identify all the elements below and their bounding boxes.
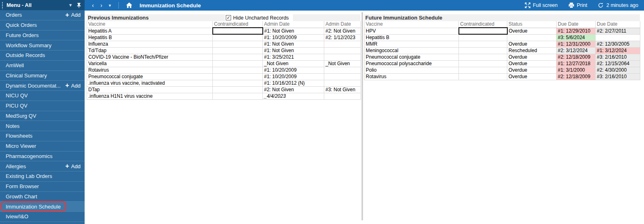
sidebar-item-amwell[interactable]: AmWell <box>0 61 85 71</box>
add-button[interactable]: +Add <box>65 82 81 89</box>
vaccine-cell[interactable]: Rotavirus <box>87 67 213 73</box>
due-date-cell[interactable]: #2: 4/30/2000 <box>596 67 640 73</box>
admin-date-cell[interactable]: #1: Not Given <box>263 28 324 34</box>
vaccine-cell[interactable]: Hepatitis B <box>87 34 213 41</box>
sidebar-item-outside-records[interactable]: Outside Records <box>0 51 85 61</box>
sidebar-item-nicu-qv[interactable]: NICU QV <box>0 91 85 101</box>
contraindicated-cell[interactable] <box>459 28 507 34</box>
sidebar-item-immunization-schedule[interactable]: Immunization Schedule <box>0 202 85 212</box>
vaccine-cell[interactable]: .influenza H1N1 virus vaccine <box>87 93 213 99</box>
status-cell[interactable]: Overdue <box>507 41 557 47</box>
due-date-cell[interactable]: #2: 12/15/2064 <box>596 60 640 67</box>
contraindicated-cell[interactable] <box>459 34 507 41</box>
admin-date-cell[interactable] <box>324 80 361 86</box>
panel-splitter[interactable] <box>362 12 363 220</box>
contraindicated-cell[interactable] <box>213 86 263 93</box>
due-date-cell[interactable]: #1: 3/1/2000 <box>557 67 596 73</box>
status-cell[interactable]: Overdue <box>507 67 557 73</box>
admin-date-cell[interactable]: #1: 10/20/2009 <box>263 73 324 80</box>
vaccine-cell[interactable]: DTap <box>87 86 213 93</box>
contraindicated-cell[interactable] <box>459 54 507 60</box>
status-cell[interactable]: Overdue <box>507 54 557 60</box>
admin-date-cell[interactable] <box>324 47 361 54</box>
contraindicated-cell[interactable] <box>459 41 507 47</box>
due-date-cell[interactable]: #2: 2/27/2011 <box>596 28 640 34</box>
refresh-button[interactable]: 2 minutes ago <box>598 2 638 8</box>
vaccine-cell[interactable]: MMR <box>365 41 459 47</box>
checkbox-check-icon[interactable]: ✓ <box>226 15 231 20</box>
admin-date-cell[interactable] <box>324 93 361 99</box>
contraindicated-cell[interactable] <box>213 67 263 73</box>
admin-date-cell[interactable]: _4/4/2023 <box>263 93 324 99</box>
contraindicated-cell[interactable] <box>213 73 263 80</box>
due-date-cell[interactable]: #3: 2/16/2010 <box>596 73 640 80</box>
sidebar-item-iview-i-o[interactable]: Iview/I&O <box>0 212 85 222</box>
admin-date-cell[interactable]: #2: 1/12/2023 <box>324 34 361 41</box>
admin-date-cell[interactable]: #1: 10/16/2012 (N) <box>263 80 324 86</box>
sidebar-item-growth-chart[interactable]: Growth Chart <box>0 192 85 202</box>
sidebar-item-dynamic-documentat[interactable]: Dynamic Documentat...+Add <box>0 81 85 91</box>
contraindicated-cell[interactable] <box>459 67 507 73</box>
sidebar-item-flowsheets[interactable]: Flowsheets <box>0 131 85 141</box>
contraindicated-cell[interactable] <box>213 34 263 41</box>
contraindicated-cell[interactable] <box>213 93 263 99</box>
due-date-cell[interactable] <box>596 34 640 41</box>
vaccine-cell[interactable]: .influenza virus vaccine, inactivated <box>87 80 213 86</box>
vaccine-cell[interactable]: Polio <box>365 67 459 73</box>
drag-handle-icon[interactable] <box>2 2 3 9</box>
contraindicated-cell[interactable] <box>459 73 507 80</box>
due-date-cell[interactable]: #2: 12/18/2009 <box>557 73 596 80</box>
admin-date-cell[interactable]: _Not Given <box>324 60 361 67</box>
contraindicated-cell[interactable] <box>213 47 263 54</box>
sidebar-item-medsurg-qv[interactable]: MedSurg QV <box>0 111 85 121</box>
contraindicated-cell[interactable] <box>459 60 507 67</box>
sidebar-item-pharmacogenomics[interactable]: Pharmacogenomics <box>0 152 85 162</box>
home-icon[interactable] <box>123 2 135 8</box>
status-cell[interactable]: Overdue <box>507 73 557 80</box>
status-cell[interactable]: Overdue <box>507 60 557 67</box>
print-button[interactable]: Print <box>568 2 587 8</box>
vaccine-cell[interactable]: Pneumococcal conjugate <box>87 73 213 80</box>
vaccine-cell[interactable]: Rotavirus <box>365 73 459 80</box>
admin-date-cell[interactable]: #1: Not Given <box>263 41 324 47</box>
admin-date-cell[interactable] <box>324 54 361 60</box>
forward-button[interactable]: › <box>97 2 106 9</box>
status-cell[interactable] <box>507 34 557 41</box>
vaccine-cell[interactable]: COVID-19 Vaccine - BioNTech/Pfizer <box>87 54 213 60</box>
vaccine-cell[interactable]: Hepatitis A <box>87 28 213 34</box>
admin-date-cell[interactable]: #1: 10/20/2009 <box>263 34 324 41</box>
sidebar-item-future-orders[interactable]: Future Orders <box>0 31 85 41</box>
hide-uncharted-checkbox[interactable]: ✓ Hide Uncharted Records <box>225 14 293 21</box>
nav-dropdown-icon[interactable]: ▾ <box>105 3 114 8</box>
vaccine-cell[interactable]: Meningococcal <box>365 47 459 54</box>
admin-date-cell[interactable] <box>324 67 361 73</box>
due-date-cell[interactable]: #1: 12/31/2000 <box>557 41 596 47</box>
contraindicated-cell[interactable] <box>213 54 263 60</box>
sidebar-item-allergies[interactable]: Allergies+Add <box>0 161 85 171</box>
admin-date-cell[interactable] <box>324 73 361 80</box>
vaccine-cell[interactable]: Pneumococcal conjugate <box>365 54 459 60</box>
vaccine-cell[interactable]: Td/Tdap <box>87 47 213 54</box>
contraindicated-cell[interactable] <box>213 80 263 86</box>
chevron-down-icon[interactable]: ▾ <box>69 2 72 8</box>
admin-date-cell[interactable]: #2: Not Given <box>324 28 361 34</box>
contraindicated-cell[interactable] <box>213 41 263 47</box>
sidebar-item-clinical-summary[interactable]: Clinical Summary <box>0 71 85 81</box>
admin-date-cell[interactable]: #1: Not Given <box>263 47 324 54</box>
admin-date-cell[interactable]: #2: Not Given <box>263 86 324 93</box>
vaccine-cell[interactable]: HPV <box>365 28 459 34</box>
contraindicated-cell[interactable] <box>459 47 507 54</box>
sidebar-item-micro-viewer[interactable]: Micro Viewer <box>0 141 85 152</box>
sidebar-item-existing-lab-orders[interactable]: Existing Lab Orders <box>0 171 85 182</box>
back-button[interactable]: ‹ <box>89 2 97 9</box>
status-cell[interactable]: Rescheduled <box>507 47 557 54</box>
sidebar-item-picu-qv[interactable]: PICU QV <box>0 101 85 111</box>
due-date-cell[interactable]: #3: 2/16/2010 <box>596 54 640 60</box>
status-cell[interactable]: Overdue <box>507 28 557 34</box>
vaccine-cell[interactable]: Varicella <box>87 60 213 67</box>
contraindicated-cell[interactable] <box>213 60 263 67</box>
vaccine-cell[interactable]: Pneumococcal polysaccharide <box>365 60 459 67</box>
admin-date-cell[interactable]: _Not Given <box>263 60 324 67</box>
vaccine-cell[interactable]: Influenza <box>87 41 213 47</box>
admin-date-cell[interactable] <box>324 41 361 47</box>
